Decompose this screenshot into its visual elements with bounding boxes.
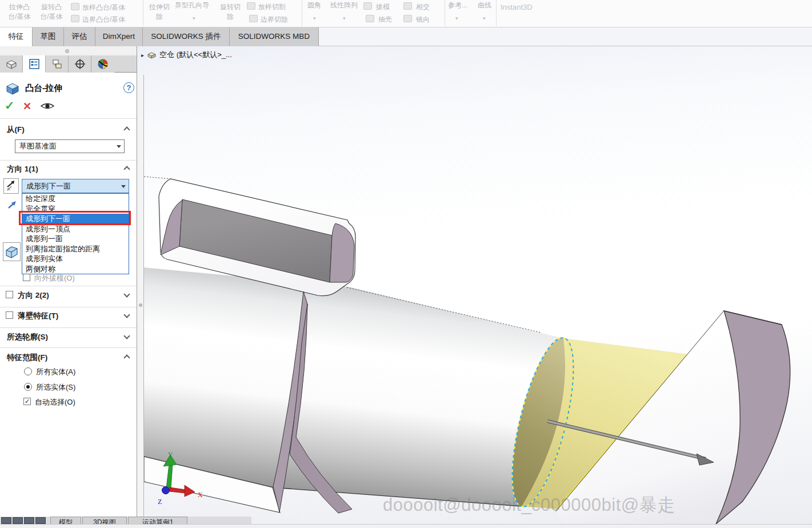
direction1-collapse-chevron[interactable]	[123, 166, 130, 172]
selected-bodies-label: 所选实体(S)	[36, 382, 75, 393]
tab-solidworks-addins[interactable]: SOLIDWORKS 插件	[143, 27, 230, 46]
lofted-cut-button[interactable]: 放样切割	[258, 2, 286, 11]
document-title: 空仓 (默认<<默认>_...	[159, 50, 232, 60]
lofted-boss-icon	[71, 3, 79, 10]
boundary-boss-button[interactable]: 边界凸台/基体	[82, 15, 125, 24]
linear-pattern-caret[interactable]: ▾	[343, 16, 346, 21]
end-condition-value: 成形到下一面	[26, 181, 71, 191]
appearances-sphere-icon	[97, 58, 109, 70]
intersect-button[interactable]: 相交	[416, 2, 430, 11]
from-section-header[interactable]: 从(F)	[7, 125, 25, 135]
divider	[0, 327, 137, 328]
selected-bodies-radio[interactable]	[24, 383, 32, 391]
intersect-icon	[403, 2, 412, 10]
option-offset-from-surface[interactable]: 到离指定面指定的距离	[22, 244, 129, 254]
tab-dimxpert[interactable]: DimXpert	[95, 27, 143, 46]
tab-configuration-manager[interactable]	[46, 55, 69, 73]
panel-splitter-dot[interactable]	[65, 49, 69, 53]
revolved-boss-button[interactable]: 旋转凸 台/基体	[35, 2, 67, 22]
tab-sketch[interactable]: 草图	[33, 27, 64, 46]
fillet-button[interactable]: 圆角	[307, 1, 321, 10]
direction2-expand-chevron[interactable]	[123, 291, 130, 297]
flyout-feature-tree[interactable]: ▸ 空仓 (默认<<默认>_...	[141, 50, 232, 60]
linear-pattern-button[interactable]: 线性阵列	[330, 1, 358, 10]
hole-wizard-caret[interactable]: ▾	[193, 16, 195, 21]
end-condition-combobox[interactable]: 成形到下一面	[22, 179, 129, 193]
preview-eye-icon[interactable]	[40, 101, 55, 111]
tree-nav-button[interactable]	[35, 517, 46, 524]
shell-button[interactable]: 抽壳	[378, 15, 392, 24]
ribbon-separator	[302, 0, 302, 26]
feature-scope-section-header[interactable]: 特征范围(F)	[7, 353, 47, 363]
tab-features[interactable]: 特征	[0, 27, 33, 46]
property-manager-panel: 凸台-拉伸 ? ✓ ✕ 从(F) 草图基准面 方向 1(1) 成形到下一面	[0, 46, 137, 528]
thin-feature-expand-chevron[interactable]	[123, 311, 130, 318]
direction2-checkbox[interactable]	[6, 291, 13, 298]
tree-nav-button[interactable]	[24, 517, 34, 524]
ok-button[interactable]: ✓	[5, 99, 15, 113]
tab-dimxpert-manager[interactable]	[69, 55, 91, 73]
instant3d-button[interactable]: Instant3D	[501, 3, 533, 12]
extrude-body-icon	[3, 243, 20, 261]
curves-button[interactable]: 曲线	[478, 1, 491, 10]
fillet-caret[interactable]: ▾	[313, 16, 316, 21]
draft-outward-label: 向外拔模(O)	[34, 273, 75, 283]
configuration-manager-icon	[51, 58, 63, 70]
splitter-handle-dot[interactable]	[139, 303, 142, 307]
all-bodies-label: 所有实体(A)	[36, 367, 75, 377]
boundary-boss-icon	[71, 15, 79, 22]
curves-caret[interactable]: ▾	[483, 16, 486, 21]
reference-geometry-button[interactable]: 参考...	[448, 1, 467, 10]
graphics-viewport[interactable]: Y X Z ▸ 空仓 (默认<<默认>_... dooooit@dooooit_…	[137, 46, 812, 528]
direction2-section-header[interactable]: 方向 2(2)	[18, 290, 49, 301]
all-bodies-radio[interactable]	[24, 367, 32, 375]
draft-outward-checkbox[interactable]	[23, 274, 30, 281]
tab-appearances[interactable]	[91, 55, 114, 73]
extrude-body-icon-button[interactable]	[3, 242, 21, 261]
option-up-to-body[interactable]: 成形到实体	[22, 254, 129, 264]
flyout-expand-icon[interactable]: ▸	[141, 52, 144, 58]
cancel-button[interactable]: ✕	[23, 100, 31, 113]
extruded-cut-button[interactable]: 拉伸切 除	[146, 2, 173, 22]
option-blind[interactable]: 给定深度	[22, 194, 129, 204]
revolved-cut-button[interactable]: 旋转切 除	[217, 2, 243, 22]
tab-featuremanager-tree[interactable]	[0, 55, 23, 73]
selected-contours-expand-chevron[interactable]	[123, 333, 130, 339]
selected-contours-section-header[interactable]: 所选轮廓(S)	[7, 332, 48, 342]
from-collapse-chevron[interactable]	[123, 126, 130, 133]
red-annotation-box	[19, 211, 131, 225]
tree-nav-button[interactable]	[13, 517, 23, 524]
option-mid-plane[interactable]: 两侧对称	[22, 264, 129, 274]
option-up-to-vertex[interactable]: 成形到一顶点	[22, 224, 129, 234]
extruded-boss-button[interactable]: 拉伸凸 台/基体	[3, 2, 35, 22]
help-icon[interactable]: ?	[123, 82, 134, 93]
watermark-text: dooooit@dooooit_c000000bit@暴走	[383, 493, 794, 517]
lofted-boss-button[interactable]: 放样凸台/基体	[82, 3, 125, 12]
ribbon-separator	[445, 0, 445, 26]
boundary-cut-button[interactable]: 边界切除	[261, 15, 288, 24]
direction1-section-header[interactable]: 方向 1(1)	[7, 164, 38, 174]
svg-text:Z: Z	[158, 498, 162, 506]
tab-evaluate[interactable]: 评估	[64, 27, 95, 46]
thin-feature-section-header[interactable]: 薄壁特征(T)	[18, 311, 58, 321]
reference-caret[interactable]: ▾	[455, 16, 458, 21]
panel-top-splitter[interactable]	[0, 46, 137, 55]
draft-button[interactable]: 拔模	[376, 2, 390, 11]
auto-select-checkbox[interactable]: ✓	[23, 398, 31, 405]
hole-wizard-button[interactable]: 异型孔向导	[175, 1, 209, 10]
thin-feature-checkbox[interactable]	[6, 311, 13, 319]
tree-nav-button[interactable]	[1, 517, 11, 524]
tab-solidworks-mbd[interactable]: SOLIDWORKS MBD	[230, 27, 319, 46]
panel-tab-strip	[0, 55, 137, 73]
option-up-to-surface[interactable]: 成形到一面	[22, 234, 129, 244]
dimxpert-icon	[74, 58, 86, 70]
tab-property-manager[interactable]	[23, 55, 46, 73]
feature-scope-collapse-chevron[interactable]	[123, 354, 130, 361]
shaft-cylinder-face[interactable]	[144, 267, 565, 506]
command-tab-bar: 特征 草图 评估 DimXpert SOLIDWORKS 插件 SOLIDWOR…	[0, 27, 812, 46]
from-condition-combobox[interactable]: 草图基准面	[15, 139, 125, 153]
mirror-button[interactable]: 镜向	[416, 15, 430, 24]
panel-splitter-bar[interactable]	[137, 75, 144, 528]
reverse-direction-icon	[4, 179, 18, 193]
reverse-direction-button[interactable]	[3, 178, 19, 194]
